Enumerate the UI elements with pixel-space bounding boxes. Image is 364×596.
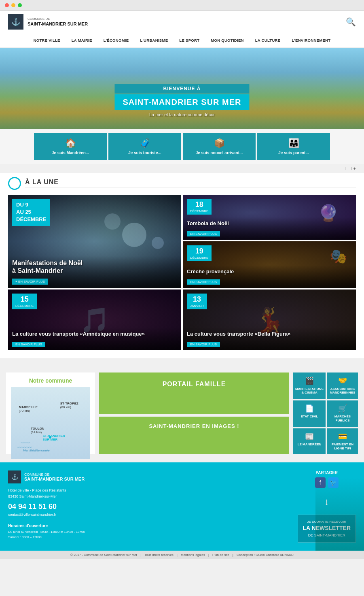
browser-dot-red (5, 3, 9, 7)
grid-btn-manifestations[interactable]: 🎬 MANIFESTATIONS& CINÉMA (293, 372, 326, 399)
creche-date-num: 19 (190, 247, 208, 256)
quick-link-mandreen[interactable]: 🏠 Je suis Mandréen... (34, 133, 107, 160)
grid-btn-marches[interactable]: 🛒 MARCHÉSPUBLICS (327, 400, 358, 427)
footer-hours-title: Horaires d'ouverture (8, 524, 286, 528)
separator-3: | (208, 553, 209, 557)
footer-commune-de: COMMUNE DE (24, 473, 85, 477)
nav-economie[interactable]: L'ÉCONOMIE (98, 33, 135, 47)
footer-hours-weekdays: Du lundi au vendredi : 8h30 - 12h00 et 1… (8, 530, 286, 535)
news-item-bella[interactable]: 💃 13 JANVIER La culture vous transporte … (183, 289, 356, 350)
quick-link-arrivant[interactable]: 📦 Je suis nouvel arrivant... (183, 133, 256, 160)
footer-phone: 04 94 11 51 60 (8, 502, 286, 511)
quick-link-touriste[interactable]: 🧳 Je suis touriste... (108, 133, 181, 160)
touriste-icon: 🧳 (112, 138, 177, 149)
news-row-2: 🎵 15 DÉCEMBRE La culture vous transporte… (8, 289, 356, 350)
creche-icon-deco: 🎭 (330, 248, 347, 265)
saint-mandrier-images-button[interactable]: SAINT-MANDRIER EN IMAGES ! (99, 417, 289, 454)
amnesique-date-badge: 15 DÉCEMBRE (12, 294, 37, 309)
copyright-text: © 2017 - Commune de Saint-Mandrier sur M… (70, 553, 137, 557)
quick-links: 🏠 Je suis Mandréen... 🧳 Je suis touriste… (0, 129, 364, 164)
plan-site-link[interactable]: Plan de site (212, 553, 229, 557)
etat-civil-icon: 📄 (305, 404, 314, 413)
hero-banner: BIENVENUE À SAINT-MANDRIER SUR MER La me… (0, 48, 364, 129)
news-content-bella: La culture vous transporte «Bella Figura… (183, 328, 356, 350)
main-navigation: NOTRE VILLE LA MAIRIE L'ÉCONOMIE L'URBAN… (0, 33, 364, 48)
footer-logo-text: COMMUNE DE SAINT-MANDRIER SUR MER (24, 473, 85, 481)
footer-city-name: SAINT-MANDRIER SUR MER (24, 477, 85, 481)
map-area: MARSEILLE(70 km) TOULON(14 km) ST-TROPEZ… (11, 387, 90, 459)
tombola-date-badge: 18 DÉCEMBRE (187, 199, 212, 215)
portail-famille-button[interactable]: PORTAIL FAMILLE (99, 372, 289, 414)
marches-icon: 🛒 (338, 404, 347, 413)
manifestations-cinema-label: MANIFESTATIONS& CINÉMA (295, 387, 324, 395)
grid-btn-paiement[interactable]: 💳 PAIEMENT ENLIGNE TIPI (327, 428, 358, 455)
grid-btn-associations[interactable]: 🤝 ASSOCIATIONSMANDRÉENNES (327, 372, 358, 399)
search-button[interactable]: 🔍 (346, 17, 356, 27)
mentions-legales-link[interactable]: Mentions légales (181, 553, 205, 557)
tombola-date-month: DÉCEMBRE (190, 209, 208, 213)
news-cta-bella[interactable]: EN SAVOIR PLUS (187, 342, 220, 347)
grid-btn-etat-civil[interactable]: 📄 ETAT CIVIL (293, 400, 326, 427)
le-mandreen-icon: 📰 (305, 432, 314, 441)
news-title-manifestations: Manifestations de Noëlà Saint-Mandrier (12, 259, 177, 275)
notre-commune-title: Notre commune (11, 377, 90, 384)
tombola-date-num: 18 (190, 200, 208, 209)
bottom-section: Notre commune MARSEILLE(70 km) TOULON(14… (0, 364, 364, 462)
bella-date-badge: 13 JANVIER (187, 294, 207, 309)
news-cta-creche[interactable]: EN SAVOIR PLUS (187, 279, 220, 285)
font-controls: T- T+ (0, 164, 364, 173)
nav-quotidien[interactable]: MON QUOTIDIEN (205, 33, 249, 47)
footer-address-line2: 83430 Saint-Mandrier-sur-Mer (8, 494, 286, 499)
nav-notre-ville[interactable]: NOTRE VILLE (28, 33, 66, 47)
map-city-st-mandrier: ST-MANDRIERSUR MER (42, 434, 65, 441)
section-title: À LA UNE (25, 179, 356, 188)
hero-title: SAINT-MANDRIER SUR MER (114, 94, 249, 110)
section-circle (8, 177, 21, 190)
news-item-manifestations[interactable]: DU 9AU 25DÉCEMBRE Manifestations de Noël… (8, 195, 181, 288)
news-cta-amnesique[interactable]: EN SAVOIR PLUS (12, 342, 45, 347)
paiement-label: PAIEMENT ENLIGNE TIPI (332, 443, 353, 450)
footer-divider (8, 520, 286, 520)
middle-buttons: PORTAIL FAMILLE SAINT-MANDRIER EN IMAGES… (99, 372, 289, 454)
news-cta-manifestations[interactable]: + EN SAVOIR PLUS (12, 279, 48, 285)
logo-text: COMMUNE DE SAINT-MANDRIER SUR MER (28, 17, 88, 27)
nav-sport[interactable]: LE SPORT (174, 33, 205, 47)
parent-icon: 👨‍👩‍👧 (261, 138, 326, 149)
grid-btn-le-mandreen[interactable]: 📰 LE MANDRÉEN (293, 428, 326, 455)
map-city-st-tropez: ST-TROPEZ(80 km) (60, 402, 78, 409)
nav-urbanisme[interactable]: L'URBANISME (134, 33, 174, 47)
separator-1: | (140, 553, 141, 557)
footer-logo-icon: ⚓ (8, 470, 21, 483)
news-content-amnesique: La culture vous transporte «Amnésique en… (8, 328, 181, 350)
amnesique-date-month: DÉCEMBRE (15, 304, 34, 308)
footer-hours-saturday: Samedi : 9h00 – 12h00 (8, 535, 286, 540)
quick-link-parent[interactable]: 👨‍👩‍👧 Je suis parent... (257, 133, 330, 160)
news-item-amnesique[interactable]: 🎵 15 DÉCEMBRE La culture vous transporte… (8, 289, 181, 350)
footer-left: ⚓ COMMUNE DE SAINT-MANDRIER SUR MER Hôte… (8, 470, 286, 543)
site-header: ⚓ COMMUNE DE SAINT-MANDRIER SUR MER 🔍 (0, 11, 364, 33)
header-city-name: SAINT-MANDRIER SUR MER (28, 21, 88, 27)
logo-area: ⚓ COMMUNE DE SAINT-MANDRIER SUR MER (8, 14, 88, 30)
paiement-icon: 💳 (338, 432, 347, 441)
nav-environnement[interactable]: L'ENVIRONNEMENT (286, 33, 336, 47)
browser-dot-yellow (11, 3, 15, 7)
news-item-creche[interactable]: 🎭 19 DÉCEMBRE Crèche provençale EN SAVOI… (183, 241, 356, 288)
map-city-toulon: TOULON(14 km) (31, 427, 44, 434)
footer-email: contact@ville-saintmandrier.fr (8, 513, 286, 517)
news-item-tombola[interactable]: 🔮 18 DÉCEMBRE Tombola de Noël EN SAVOIR … (183, 195, 356, 240)
partager-label: PARTAGER (315, 470, 338, 475)
footer-address-line1: Hôtel de ville - Place des Résistants (8, 487, 286, 493)
separator-2: | (177, 553, 178, 557)
nav-la-mairie[interactable]: LA MAIRIE (66, 33, 98, 47)
footer-tree-decoration (315, 478, 364, 551)
rights-text: Tous droits réservés (144, 553, 174, 557)
font-decrease-button[interactable]: T- (345, 166, 349, 171)
associations-label: ASSOCIATIONSMANDRÉENNES (330, 387, 356, 395)
font-increase-button[interactable]: T+ (351, 166, 356, 171)
notre-commune-widget: Notre commune MARSEILLE(70 km) TOULON(14… (6, 372, 95, 454)
footer-address: Hôtel de ville - Place des Résistants 83… (8, 487, 286, 499)
arrivant-icon: 📦 (187, 138, 252, 149)
nav-culture[interactable]: LA CULTURE (250, 33, 286, 47)
news-cta-tombola[interactable]: EN SAVOIR PLUS (187, 231, 220, 236)
news-row-1: DU 9AU 25DÉCEMBRE Manifestations de Noël… (8, 195, 356, 288)
